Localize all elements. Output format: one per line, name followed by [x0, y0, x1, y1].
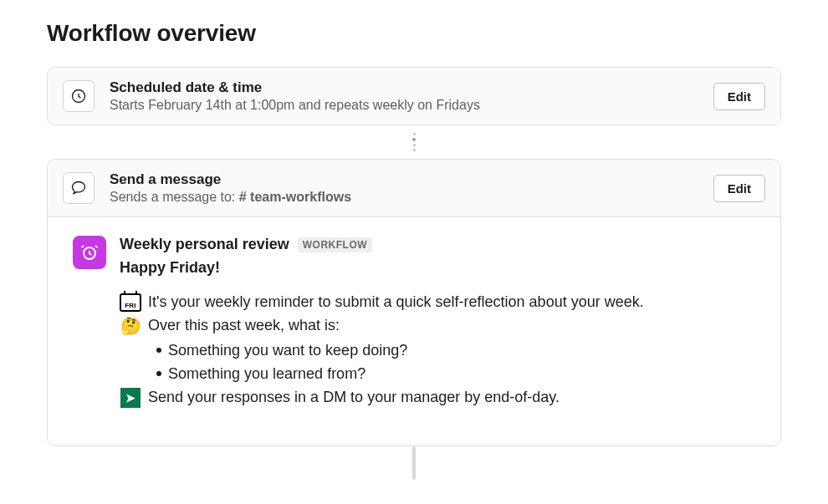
- message-greeting: Happy Friday!: [120, 257, 372, 279]
- workflow-badge: WORKFLOW: [298, 237, 372, 252]
- step-send-message: Send a message Sends a message to: # tea…: [47, 159, 781, 446]
- calendar-fri-icon: FRI: [120, 292, 141, 313]
- step-send-message-title: Send a message: [110, 171, 698, 188]
- step-connector-tail: [47, 446, 781, 480]
- page-title: Workflow overview: [47, 20, 781, 47]
- message-line-prompt: Over this past week, what is:: [148, 314, 340, 338]
- step-schedule-title: Scheduled date & time: [110, 79, 698, 96]
- message-line-send: Send your responses in a DM to your mana…: [148, 386, 560, 410]
- bullet-text: Something you want to keep doing?: [168, 339, 407, 363]
- thinking-face-icon: 🤔: [120, 315, 141, 337]
- step-connector: [47, 125, 781, 159]
- step-schedule-subtitle: Starts February 14th at 1:00pm and repea…: [110, 98, 698, 113]
- channel-name: # team-workflows: [239, 190, 351, 204]
- bullet-item: Something you want to keep doing?: [156, 339, 755, 363]
- alarm-clock-icon: [79, 242, 100, 262]
- edit-send-message-button[interactable]: Edit: [713, 175, 765, 202]
- message-preview: Weekly personal review WORKFLOW Happy Fr…: [48, 216, 780, 445]
- arrow-icon: ➤: [120, 387, 141, 409]
- clock-icon: [63, 80, 95, 112]
- workflow-bot-avatar: [73, 236, 106, 269]
- bot-name: Weekly personal review: [120, 236, 289, 253]
- step-send-message-subtitle: Sends a message to: # team-workflows: [110, 190, 698, 205]
- edit-schedule-button[interactable]: Edit: [713, 83, 765, 110]
- message-line-reminder: It's your weekly reminder to submit a qu…: [148, 291, 644, 314]
- bullet-item: Something you learned from?: [156, 363, 755, 386]
- chat-bubble-icon: [63, 172, 95, 204]
- step-schedule: Scheduled date & time Starts February 14…: [47, 67, 781, 125]
- bullet-text: Something you learned from?: [168, 363, 365, 386]
